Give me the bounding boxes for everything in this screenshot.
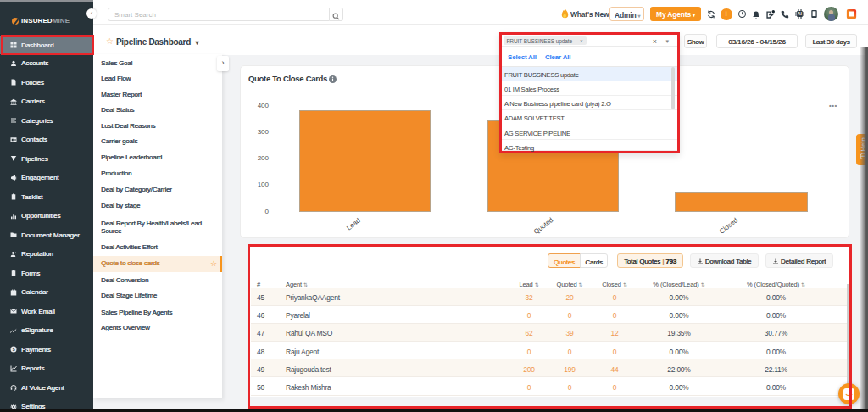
svg-text:$: $ xyxy=(13,347,15,352)
svg-text:AI: AI xyxy=(798,12,802,16)
